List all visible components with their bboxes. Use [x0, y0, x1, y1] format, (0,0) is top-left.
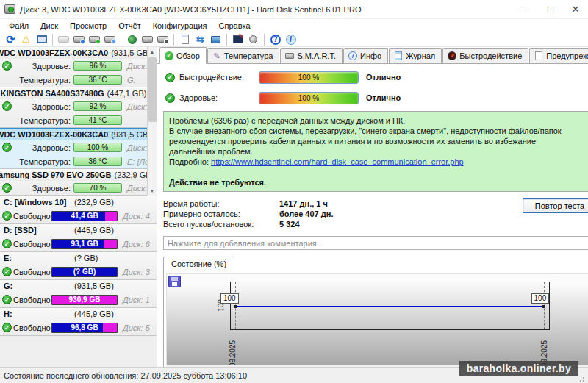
health-status: Отлично [366, 93, 401, 102]
partition-entry-e[interactable]: E:(? GB) ✓ Свободно (? GB) Диск: 3 [0, 252, 157, 280]
menu-configuration[interactable]: Конфигурация [147, 21, 213, 31]
stat-value: более 407 дн. [279, 209, 333, 219]
maximize-button[interactable]: □ [538, 0, 563, 18]
partition-entry-d[interactable]: D: [SSD](445,9 GB) ✓ Свободно 93,1 GB Ди… [0, 224, 157, 252]
toolbar-separator [121, 34, 121, 46]
tab-performance[interactable]: Быстродействие [442, 48, 528, 63]
tab-temperature[interactable]: ✎Температура [207, 48, 280, 63]
health-label: Здоровье: [13, 184, 74, 193]
last-update-status: Состояние последнего обновления: 27.09.2… [4, 371, 247, 380]
title-bar: Диск: 3, WDC WD1003FZEX-00K3CA0 [WD-WCC6… [0, 0, 588, 19]
partition-size: (? GB) [74, 254, 157, 262]
disk-number: Диск: 1 [122, 62, 147, 71]
stats-block: Время работы:1417 дн., 1 ч Примерно оста… [163, 198, 588, 229]
tab-smart[interactable]: S.M.A.R.T. [280, 48, 343, 63]
stat-value: 1417 дн., 1 ч [279, 198, 328, 209]
app-icon [4, 4, 15, 14]
tab-overview[interactable]: ✓Обзор [159, 47, 207, 64]
free-space-bar: 930,9 GB [51, 295, 118, 305]
partition-name: C: [Windows 10] [4, 198, 74, 207]
temperature-bar: 41 °C [74, 115, 122, 125]
disk-entry-3-selected[interactable]: WDC WD1003FZEX-00K3CA0(931,5 GB) ✓ Здоро… [0, 128, 147, 169]
stats-table: Время работы:1417 дн., 1 ч Примерно оста… [163, 198, 333, 229]
chart-area: 100 100 100 25.09.2025 27.09.2025 [166, 273, 588, 375]
disk-disabled-icon[interactable] [56, 33, 71, 46]
refresh-icon[interactable]: ⟳ [3, 33, 18, 46]
temperature-label: Температура: [13, 76, 74, 85]
free-label: Свободно [13, 212, 51, 221]
disk-icon[interactable] [140, 33, 155, 46]
menu-disk[interactable]: Диск [35, 21, 64, 31]
disk-entry-1[interactable]: WDC WD1003FZEX-00K3CA0(931,5 GB) ✓ Здоро… [0, 47, 147, 87]
tab-log[interactable]: Журнал [389, 48, 442, 63]
menu-report[interactable]: Отчёт [112, 21, 146, 31]
scroll-up-arrow[interactable]: ▲ [148, 47, 157, 57]
partition-entry-g[interactable]: G:(931,5 GB) ✓ Свободно 930,9 GB Диск: 1 [0, 280, 157, 308]
help-icon[interactable]: ? [268, 33, 283, 46]
menu-file[interactable]: Файл [3, 21, 35, 31]
tab-info[interactable]: iИнфо [343, 48, 388, 63]
disk-search-icon[interactable] [102, 33, 118, 46]
comment-input[interactable] [163, 236, 588, 250]
disk-size: (232,9 GB) [115, 171, 148, 179]
partition-size: (931,5 GB) [74, 282, 157, 290]
partition-ok-icon: ✓ [2, 267, 12, 276]
save-chart-icon[interactable] [168, 276, 181, 287]
disk-usb-icon[interactable] [155, 33, 171, 46]
temperature-bar: 36 °C [74, 157, 122, 166]
sync-icon[interactable]: ⇆ [193, 33, 208, 46]
health-row: ✓ Здоровье: 100 % Отлично ? [163, 90, 588, 105]
disk-check-icon[interactable] [87, 33, 102, 46]
overview-panel: ✓Обзор ✎Температура S.M.A.R.T. iИнфо Жур… [157, 47, 588, 367]
report-icon[interactable] [177, 33, 193, 46]
health-label: Здоровье: [179, 93, 259, 102]
partition-entry-h[interactable]: H:(445,9 GB) ✓ Свободно 96,8 GB Диск: 5 [0, 308, 157, 336]
monitor-pen-icon[interactable] [230, 33, 245, 46]
health-bar: 96 % [74, 61, 122, 71]
disk-name: Samsung SSD 970 EVO 250GB [0, 171, 112, 179]
data-point-label: 100 [531, 293, 550, 304]
partition-entry-c[interactable]: C: [Windows 10](232,9 GB) ✓ Свободно 41,… [0, 196, 157, 224]
details-link[interactable]: https://www.hdsentinel.com/hard_disk_cas… [211, 157, 464, 166]
remote-monitor-icon[interactable] [208, 33, 223, 46]
display-icon[interactable] [34, 33, 49, 46]
minimize-button[interactable]: – [513, 0, 538, 18]
scroll-thumb[interactable] [148, 57, 157, 122]
partition-list: C: [Windows 10](232,9 GB) ✓ Свободно 41,… [0, 196, 157, 336]
disk-entry-2[interactable]: KINGSTON SA400S37480G(447,1 GB) ✓ Здоров… [0, 87, 147, 128]
health-ok-icon: ✓ [2, 61, 12, 71]
health-label: Здоровье: [13, 143, 74, 152]
message-line1: Проблемы (6396 раз) с передачей данных м… [169, 115, 583, 126]
retest-button[interactable]: Повтор теста [523, 198, 588, 213]
partition-name: H: [4, 309, 74, 318]
health-bar: 70 % [74, 183, 122, 193]
scroll-down-arrow[interactable]: ▼ [148, 186, 157, 196]
stat-label: Всего пусков/остановок: [163, 219, 279, 229]
disk-entry-4[interactable]: Samsung SSD 970 EVO 250GB(232,9 GB) ✓ Зд… [0, 169, 147, 196]
disk-list-scrollbar[interactable]: ▲ ▼ [147, 47, 157, 196]
temperature-label: Температура: [13, 157, 74, 166]
partition-name: E: [4, 254, 74, 262]
toolbar-separator [52, 34, 53, 46]
resize-grip[interactable] [579, 375, 587, 382]
free-space-bar: 96,8 GB [51, 323, 118, 333]
disk-number: Диск: 3 [122, 143, 147, 152]
health-bar: 92 % [74, 101, 122, 111]
chart-tab-state[interactable]: Состояние (%) [163, 257, 234, 271]
health-bar: 100 % [259, 92, 359, 104]
free-space-bar: 93,1 GB [51, 239, 118, 249]
overview-content: ✓ Быстродействие: 100 % Отлично ? ✓ Здор… [157, 64, 588, 378]
health-ok-icon: ✓ [165, 93, 175, 103]
network-disk-icon[interactable] [124, 33, 140, 46]
free-label: Свободно [13, 268, 51, 276]
info-icon[interactable]: i [283, 33, 298, 46]
sound-icon[interactable] [245, 33, 261, 46]
stat-label: Примерно осталось: [163, 209, 279, 219]
menu-view[interactable]: Просмотр [64, 21, 112, 31]
health-label: Здоровье: [13, 62, 74, 71]
close-button[interactable]: ✕ [563, 0, 588, 18]
tab-alerts[interactable]: Предупреждения [529, 48, 588, 63]
surface-test-warning-icon[interactable]: ⚠ [18, 33, 34, 46]
menu-help[interactable]: Справка [213, 21, 257, 31]
disk-clock-icon[interactable] [71, 33, 87, 46]
